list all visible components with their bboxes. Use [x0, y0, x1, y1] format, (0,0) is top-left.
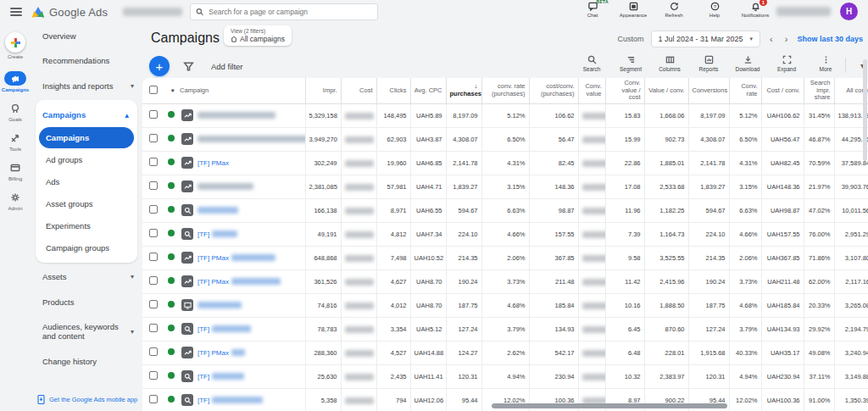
- column-header-cost-conv[interactable]: Cost / conv.: [761, 78, 804, 103]
- campaign-name-link[interactable]: [TF] PMax: [198, 278, 281, 286]
- nav-subitem-ad-groups[interactable]: Ad groups: [39, 149, 134, 170]
- help-button[interactable]: ? Help: [702, 2, 727, 18]
- row-checkbox[interactable]: [149, 276, 158, 285]
- column-header-avg-cpc[interactable]: Avg. CPC: [410, 78, 446, 103]
- column-header-conv-rate-purchases[interactable]: conv. rate (purchases): [481, 78, 529, 103]
- status-enabled-icon[interactable]: [168, 158, 175, 165]
- status-enabled-icon[interactable]: [168, 348, 175, 355]
- download-button[interactable]: Download: [734, 55, 761, 72]
- status-enabled-icon[interactable]: [168, 135, 175, 142]
- notifications-button[interactable]: 1 Notifications: [743, 2, 768, 18]
- rail-item-tools[interactable]: Tools: [0, 131, 31, 152]
- campaign-name-link[interactable]: [198, 136, 305, 142]
- status-enabled-icon[interactable]: [168, 301, 175, 308]
- row-checkbox[interactable]: [149, 158, 158, 166]
- status-enabled-icon[interactable]: [168, 182, 175, 189]
- column-header-cost-conv-purchases[interactable]: cost/conv. (purchases): [529, 78, 578, 103]
- menu-icon[interactable]: [10, 8, 22, 16]
- nav-item-campaigns-group[interactable]: Campaigns▴: [36, 103, 137, 126]
- row-checkbox[interactable]: [149, 205, 158, 214]
- nav-item-insights-reports[interactable]: Insights and reports▾: [31, 74, 142, 98]
- chat-button[interactable]: BETA Chat: [580, 2, 605, 18]
- next-period-button[interactable]: ›: [782, 34, 791, 44]
- column-header-campaign[interactable]: Campaign: [178, 78, 305, 103]
- refresh-button[interactable]: Refresh: [661, 2, 687, 18]
- column-header-impr[interactable]: Impr.: [305, 78, 341, 103]
- status-enabled-icon[interactable]: [168, 253, 175, 260]
- horizontal-scrollbar[interactable]: [492, 403, 727, 408]
- row-checkbox[interactable]: [149, 300, 158, 308]
- rail-item-admin[interactable]: Admin: [0, 190, 31, 211]
- nav-item-overview[interactable]: Overview: [31, 24, 142, 48]
- campaign-name-link[interactable]: [TF] PMax: [198, 254, 275, 262]
- nav-subitem-campaigns[interactable]: Campaigns: [39, 127, 134, 148]
- previous-period-button[interactable]: ‹: [767, 34, 776, 44]
- row-checkbox[interactable]: [149, 229, 158, 237]
- create-button[interactable]: Create: [0, 32, 31, 59]
- nav-subitem-campaign-groups[interactable]: Campaign groups: [39, 237, 134, 258]
- segment-button[interactable]: Segment: [617, 55, 644, 72]
- show-last-30-days-link[interactable]: Show last 30 days: [797, 35, 863, 43]
- nav-item-change-history[interactable]: Change history: [31, 349, 142, 374]
- global-search-box[interactable]: [190, 3, 378, 20]
- nav-subitem-asset-groups[interactable]: Asset groups: [39, 193, 134, 214]
- columns-button[interactable]: Columns: [656, 55, 683, 72]
- campaign-name-link[interactable]: [198, 112, 275, 119]
- rail-item-campaigns[interactable]: Campaigns: [0, 71, 31, 92]
- table-search-button[interactable]: Search: [578, 55, 605, 72]
- status-column-header[interactable]: ●: [161, 78, 178, 103]
- column-header-conv-value-cost[interactable]: Conv. value / cost: [605, 78, 644, 103]
- campaign-name-link[interactable]: [TF]: [198, 325, 251, 333]
- column-header-conv-value[interactable]: Conv. value: [578, 78, 605, 103]
- nav-item-assets[interactable]: Assets▾: [31, 264, 142, 289]
- column-header-purchases-sorted[interactable]: ↓ purchases: [446, 78, 481, 103]
- row-checkbox[interactable]: [149, 395, 158, 403]
- campaign-name-link[interactable]: [TF]: [198, 397, 263, 404]
- column-header-search-impr-share[interactable]: Search impr. share: [804, 78, 834, 103]
- reports-button[interactable]: Reports: [695, 55, 722, 72]
- appearance-button[interactable]: Appearance: [620, 2, 646, 18]
- column-header-cost[interactable]: Cost: [341, 78, 376, 103]
- row-checkbox[interactable]: [149, 253, 158, 261]
- add-filter-button[interactable]: Add filter: [211, 62, 243, 71]
- select-all-checkbox[interactable]: [149, 86, 158, 94]
- campaign-name-link[interactable]: [TF] PMax: [198, 349, 245, 357]
- campaign-name-link[interactable]: [198, 183, 253, 190]
- campaign-name-link[interactable]: [198, 207, 238, 214]
- row-checkbox[interactable]: [149, 371, 158, 380]
- status-enabled-icon[interactable]: [168, 372, 175, 379]
- column-header-conv-rate[interactable]: Conv. rate: [729, 78, 761, 103]
- status-enabled-icon[interactable]: [168, 325, 175, 331]
- add-campaign-button[interactable]: +: [149, 56, 170, 76]
- date-range-picker[interactable]: 1 Jul 2024 - 31 Mar 2025 ▾: [651, 31, 761, 47]
- view-filter-chip[interactable]: View (2 filters) All campaigns: [224, 25, 292, 46]
- campaign-name-link[interactable]: [198, 302, 242, 308]
- nav-item-audiences[interactable]: Audiences, keywords and content▾: [31, 314, 142, 349]
- status-enabled-icon[interactable]: [168, 111, 175, 118]
- column-header-value-conv[interactable]: Value / conv.: [644, 78, 688, 103]
- global-search-input[interactable]: [209, 8, 372, 16]
- row-checkbox[interactable]: [149, 347, 158, 356]
- filter-icon[interactable]: [183, 61, 194, 72]
- status-enabled-icon[interactable]: [168, 396, 175, 403]
- row-checkbox[interactable]: [149, 181, 158, 190]
- row-checkbox[interactable]: [149, 324, 158, 332]
- nav-subitem-ads[interactable]: Ads: [39, 171, 134, 192]
- rail-item-billing[interactable]: Billing: [0, 160, 31, 181]
- rail-item-goals[interactable]: Goals: [0, 101, 31, 122]
- expand-button[interactable]: Expand: [773, 55, 800, 72]
- campaign-name-link[interactable]: [TF]: [198, 230, 237, 238]
- avatar[interactable]: H: [840, 3, 858, 20]
- vertical-scrollbar[interactable]: [863, 59, 867, 161]
- status-enabled-icon[interactable]: [168, 277, 175, 284]
- nav-item-products[interactable]: Products: [31, 290, 142, 314]
- row-checkbox[interactable]: [149, 134, 158, 142]
- column-header-conversions[interactable]: Conversions: [688, 78, 729, 103]
- more-button[interactable]: More: [812, 55, 839, 72]
- campaign-name-link[interactable]: [TF]: [198, 373, 244, 380]
- nav-item-recommendations[interactable]: Recommendations: [31, 48, 142, 73]
- row-checkbox[interactable]: [149, 110, 158, 119]
- campaign-name-link[interactable]: [TF] PMax: [198, 159, 229, 167]
- status-enabled-icon[interactable]: [168, 230, 175, 236]
- nav-subitem-experiments[interactable]: Experiments: [39, 215, 134, 236]
